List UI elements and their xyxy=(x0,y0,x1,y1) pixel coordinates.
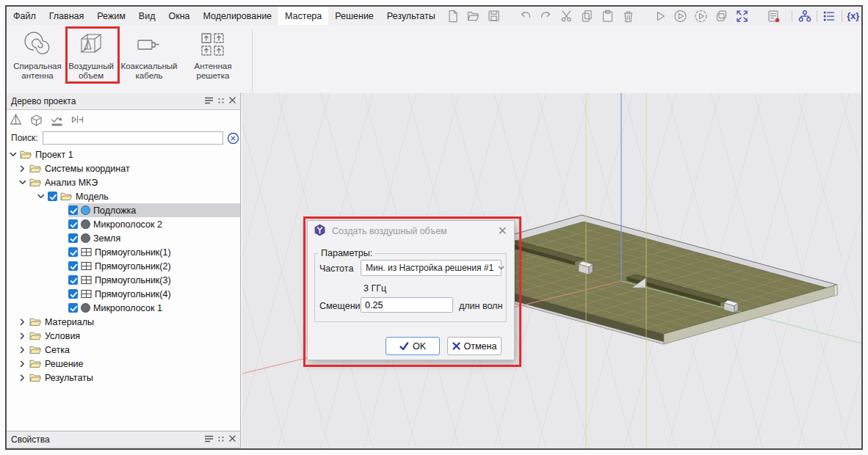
chevron-down-icon xyxy=(37,193,45,200)
ribbon-group-separator xyxy=(252,29,253,103)
save-icon[interactable] xyxy=(486,8,502,23)
tree-item-rectangle-1[interactable]: Прямоугольник(1) xyxy=(7,245,240,259)
tree-item-model[interactable]: Модель xyxy=(7,189,240,203)
offset-input[interactable] xyxy=(361,297,453,313)
tree-item-microstrip-1[interactable]: Микрополосок 1 xyxy=(7,301,240,315)
menu-solution[interactable]: Решение xyxy=(328,7,380,25)
chevron-right-icon xyxy=(19,360,26,368)
ok-button[interactable]: OK xyxy=(386,337,440,355)
folder-icon xyxy=(29,178,42,187)
redo-icon[interactable] xyxy=(538,8,554,23)
menu-wizards[interactable]: Мастера xyxy=(278,7,328,25)
panel-dock-icon[interactable] xyxy=(217,434,225,445)
menu-file[interactable]: Файл xyxy=(7,7,43,25)
ribbon-button-spiral-antenna[interactable]: Спиральная антенна xyxy=(8,28,67,84)
project-tree-title: Дерево проекта xyxy=(7,96,204,106)
spiral-antenna-icon xyxy=(23,28,52,62)
frequency-select[interactable]: Мин. из Настройка решения #1 xyxy=(361,260,502,276)
search-row: Поиск: xyxy=(7,130,240,146)
panel-menu-icon[interactable] xyxy=(204,434,214,445)
frequency-readout: 3 ГГц xyxy=(364,283,386,294)
folder-icon xyxy=(29,331,42,341)
variables-icon[interactable]: {x} xyxy=(847,11,859,21)
duplicate-icon[interactable] xyxy=(714,8,729,23)
checkbox[interactable] xyxy=(68,275,78,285)
chevron-right-icon xyxy=(19,165,26,172)
new-file-icon[interactable] xyxy=(445,8,460,23)
sheet-icon xyxy=(81,261,92,271)
menu-mode[interactable]: Режим xyxy=(90,7,132,25)
delete-icon[interactable] xyxy=(621,8,636,23)
checkbox[interactable] xyxy=(68,205,78,215)
paste-icon[interactable] xyxy=(600,8,615,23)
menu-home[interactable]: Главная xyxy=(43,7,91,25)
checkbox[interactable] xyxy=(48,192,57,201)
tree-item-project[interactable]: Проект 1 xyxy=(7,148,240,161)
excitation-icon[interactable] xyxy=(49,112,65,128)
scheme-icon[interactable] xyxy=(797,8,812,23)
run-icon[interactable] xyxy=(652,8,668,23)
app-window: Файл Главная Режим Вид Окна Моделировани… xyxy=(5,5,863,450)
dialog-close-icon[interactable]: ✕ xyxy=(498,225,507,237)
tree-item-substrate[interactable]: Подложка xyxy=(7,203,240,217)
checkbox[interactable] xyxy=(68,303,78,313)
tree-item-rectangle-3[interactable]: Прямоугольник(3) xyxy=(7,273,240,287)
fullscreen-icon[interactable] xyxy=(734,8,750,23)
sheet-icon xyxy=(81,247,92,257)
tree-item-rectangle-4[interactable]: Прямоугольник(4) xyxy=(7,287,240,301)
tree-item-solution[interactable]: Решение xyxy=(7,357,240,371)
undo-icon[interactable] xyxy=(518,8,533,23)
panel-close-icon[interactable] xyxy=(228,434,236,445)
search-clear-icon[interactable] xyxy=(227,131,240,145)
tree-item-mesh[interactable]: Сетка xyxy=(7,343,240,357)
ribbon-button-coaxial-cable[interactable]: Коаксиальный кабель xyxy=(115,28,183,84)
open-file-icon[interactable] xyxy=(466,8,481,23)
ribbon-button-air-volume[interactable]: Воздушный объем xyxy=(68,28,114,84)
cancel-button[interactable]: Отмена xyxy=(447,337,502,355)
checkbox[interactable] xyxy=(68,247,78,257)
panel-dock-icon[interactable] xyxy=(217,96,225,107)
dialog-titlebar[interactable]: Создать воздушный объем ✕ xyxy=(308,221,514,241)
ribbon-button-antenna-array[interactable]: Антенная решетка xyxy=(184,28,242,84)
panel-menu-icon[interactable] xyxy=(204,96,214,107)
app-badge-icon xyxy=(314,224,326,239)
menu-view[interactable]: Вид xyxy=(132,7,162,25)
window-tools: {x} xyxy=(792,7,859,24)
tree-item-materials[interactable]: Материалы xyxy=(7,315,240,329)
list-icon[interactable] xyxy=(822,8,837,23)
run-current-icon[interactable] xyxy=(693,8,709,23)
offset-unit: длин волн xyxy=(459,301,502,311)
tree-toolbar xyxy=(8,111,85,128)
tree-item-conditions[interactable]: Условия xyxy=(7,329,240,343)
tree-item-fem-analysis[interactable]: Анализ МКЭ xyxy=(7,175,240,189)
checkbox[interactable] xyxy=(68,261,78,271)
chevron-down-icon xyxy=(19,179,26,186)
tree-item-ground[interactable]: Земля xyxy=(7,231,240,245)
panel-close-icon[interactable] xyxy=(228,96,236,106)
folder-icon xyxy=(60,192,73,201)
folder-icon xyxy=(20,150,32,159)
report-icon[interactable] xyxy=(766,8,781,23)
search-input[interactable] xyxy=(43,131,223,145)
copy-icon[interactable] xyxy=(579,8,595,23)
port-icon[interactable] xyxy=(70,112,85,128)
chevron-right-icon xyxy=(19,346,26,354)
checkbox[interactable] xyxy=(68,289,78,299)
tree-item-rectangle-2[interactable]: Прямоугольник(2) xyxy=(7,259,240,273)
tree-item-results[interactable]: Результаты xyxy=(7,371,240,385)
solids-icon[interactable] xyxy=(29,112,44,128)
geometry-icon[interactable] xyxy=(8,112,23,128)
dialog-title: Создать воздушный объем xyxy=(332,226,498,236)
sheet-icon xyxy=(81,289,92,299)
chevron-down-icon xyxy=(493,266,509,270)
tree-item-microstrip-2[interactable]: Микрополосок 2 xyxy=(7,217,240,231)
menu-results[interactable]: Результаты xyxy=(380,7,442,25)
checkbox[interactable] xyxy=(68,219,78,229)
cut-icon[interactable] xyxy=(559,8,574,23)
checkbox[interactable] xyxy=(68,233,78,243)
tree-item-coordinate-systems[interactable]: Системы координат xyxy=(7,161,240,175)
menu-windows[interactable]: Окна xyxy=(162,7,196,25)
run-solve-icon[interactable] xyxy=(673,8,688,23)
parameters-label: Параметры: xyxy=(318,248,375,258)
menu-modeling[interactable]: Моделирование xyxy=(197,7,279,25)
